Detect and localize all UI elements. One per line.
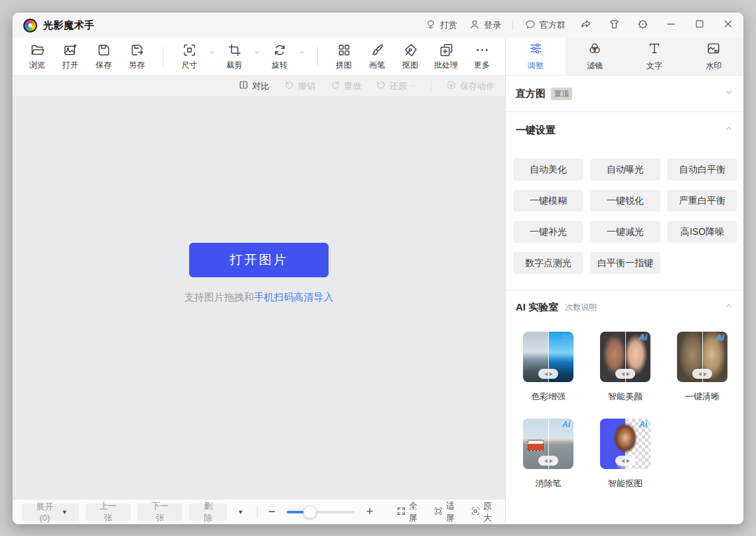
ai-thumb[interactable]: Ai (600, 419, 650, 469)
toolbar-collage[interactable]: 拼图 (327, 39, 360, 74)
toolbar-separator (317, 46, 318, 66)
chevron-up-icon[interactable] (724, 124, 733, 136)
crop-icon (227, 42, 242, 58)
login-button[interactable]: 登录 (469, 19, 501, 33)
undo-button[interactable]: 撤销 (284, 80, 315, 92)
tab-text[interactable]: 文字 (625, 38, 684, 75)
save-action-button[interactable]: 保存动作 (446, 80, 494, 92)
toolbar-save-as[interactable]: 另存 (120, 39, 153, 74)
close-button[interactable] (719, 17, 737, 33)
toolbar-batch[interactable]: 批处理 (427, 39, 465, 74)
minimize-button[interactable] (662, 17, 680, 33)
zoom-slider-handle[interactable] (303, 505, 317, 519)
toolbar-brush[interactable]: 画笔 (360, 39, 394, 74)
toolbar-browse[interactable]: 浏览 (21, 39, 54, 74)
toolbar-save[interactable]: 保存 (87, 39, 120, 74)
zoom-in-button[interactable]: + (364, 505, 375, 519)
flower-reward-icon (425, 19, 437, 33)
phone-scan-link[interactable]: 手机扫码高清导入 (254, 291, 334, 302)
oneclick-btn[interactable]: 数字点测光 (513, 252, 583, 274)
toolbar-more[interactable]: 更多 (465, 39, 498, 74)
ai-thumb[interactable]: Ai (677, 332, 727, 382)
ai-item-color-enhance[interactable]: Ai 色彩增强 (523, 332, 573, 403)
ai-thumb[interactable]: Ai (600, 332, 650, 382)
chevron-down-icon[interactable] (724, 88, 733, 100)
maximize-button[interactable] (691, 17, 708, 33)
tab-watermark[interactable]: 水印 (684, 38, 744, 75)
ai-item-smart-beauty[interactable]: Ai 智能美颜 (600, 332, 650, 403)
previous-image-button[interactable]: 上一张 (86, 503, 131, 521)
oneclick-btn[interactable]: 一键锐化 (590, 190, 660, 212)
compare-slider-icon[interactable] (615, 369, 635, 379)
redo-button[interactable]: 重做 (330, 80, 361, 92)
ai-thumb[interactable]: Ai (523, 419, 573, 469)
toolbar-label: 拼图 (336, 60, 352, 71)
toolbar-label: 尺寸 (181, 60, 197, 71)
ai-thumb[interactable]: Ai (523, 332, 573, 382)
ai-item-smart-cutout[interactable]: Ai 智能抠图 (600, 419, 650, 490)
oneclick-btn[interactable]: 高ISO降噪 (667, 221, 737, 243)
compare-slider-icon[interactable] (692, 369, 712, 379)
toolbar-size[interactable]: 尺寸 (173, 39, 206, 74)
zoom-out-button[interactable]: − (267, 505, 277, 519)
app-logo-icon (23, 19, 37, 33)
ai-badge: Ai (562, 333, 570, 342)
one-click-section-header[interactable]: 一键设置 (506, 113, 743, 147)
share-button[interactable] (577, 17, 594, 33)
histogram-section-header[interactable]: 直方图 置顶 (506, 76, 743, 111)
zoom-slider[interactable] (287, 511, 356, 513)
toolbar-rotate[interactable]: 旋转 (263, 39, 296, 74)
chevron-down-icon[interactable] (208, 46, 215, 58)
oneclick-btn[interactable]: 自动美化 (513, 159, 583, 180)
chevron-up-icon[interactable] (724, 301, 733, 313)
ai-item-eraser-pen[interactable]: Ai 消除笔 (523, 419, 573, 490)
next-image-button[interactable]: 下一张 (137, 503, 183, 521)
reset-button[interactable]: 还原 (376, 80, 416, 92)
one-click-grid: 自动美化 自动曝光 自动白平衡 一键模糊 一键锐化 严重白平衡 一键补光 一键减… (506, 147, 743, 290)
compare-button[interactable]: 对比 (238, 80, 269, 92)
oneclick-btn[interactable]: 一键补光 (513, 221, 583, 243)
oneclick-btn[interactable]: 严重白平衡 (667, 190, 737, 212)
toolbar-label: 批处理 (434, 60, 458, 71)
redo-icon (330, 80, 340, 92)
delete-options-caret[interactable]: ▼ (234, 509, 248, 515)
oneclick-btn[interactable]: 自动曝光 (590, 159, 660, 180)
compare-slider-icon[interactable] (538, 456, 558, 466)
oneclick-btn[interactable]: 自动白平衡 (667, 159, 737, 180)
ai-badge: Ai (639, 333, 647, 342)
pen-nib-icon (403, 42, 418, 58)
fit-screen-button[interactable]: 适屏 (433, 500, 459, 524)
ai-item-one-click-clarity[interactable]: Ai 一键清晰 (677, 332, 727, 403)
delete-image-button[interactable]: 删除 (189, 503, 227, 521)
official-group-button[interactable]: 官方群 (524, 19, 566, 33)
chevron-down-icon[interactable] (254, 46, 260, 58)
reward-button[interactable]: 打赏 (425, 19, 457, 33)
open-image-button[interactable]: 打开图片 (189, 243, 329, 277)
toolbar-open[interactable]: 打开 (54, 39, 87, 74)
compare-slider-icon[interactable] (538, 369, 558, 379)
oneclick-btn[interactable]: 一键模糊 (513, 190, 583, 212)
toolbar-cutout[interactable]: 抠图 (394, 39, 427, 74)
toolbar-crop[interactable]: 裁剪 (218, 39, 251, 74)
compare-slider-icon[interactable] (615, 456, 635, 466)
history-separator (431, 81, 431, 92)
expand-label: 展开(0) (33, 501, 56, 523)
skin-theme-button[interactable] (605, 17, 623, 33)
fullscreen-button[interactable]: 全屏 (396, 500, 421, 524)
oneclick-btn[interactable]: 白平衡一指键 (590, 252, 660, 274)
tab-adjust[interactable]: 调整 (506, 38, 566, 75)
ai-lab-section-header[interactable]: AI 实验室 次数说明 (506, 291, 743, 324)
chevron-down-icon[interactable] (410, 81, 416, 91)
original-size-button[interactable]: 原大 (471, 500, 496, 524)
ai-item-label: 智能美颜 (608, 391, 643, 403)
oneclick-btn[interactable]: 一键减光 (590, 221, 660, 243)
batch-icon (439, 42, 454, 58)
ai-badge: Ai (716, 333, 724, 342)
expand-filmstrip-button[interactable]: 展开(0) ▼ (22, 503, 79, 521)
settings-button[interactable] (634, 17, 651, 33)
tab-label: 调整 (528, 60, 544, 72)
tab-filter[interactable]: 滤镜 (566, 38, 625, 75)
ai-usage-note[interactable]: 次数说明 (565, 302, 597, 313)
chevron-down-icon[interactable] (299, 46, 305, 58)
ai-lab-title: AI 实验室 (516, 301, 558, 314)
